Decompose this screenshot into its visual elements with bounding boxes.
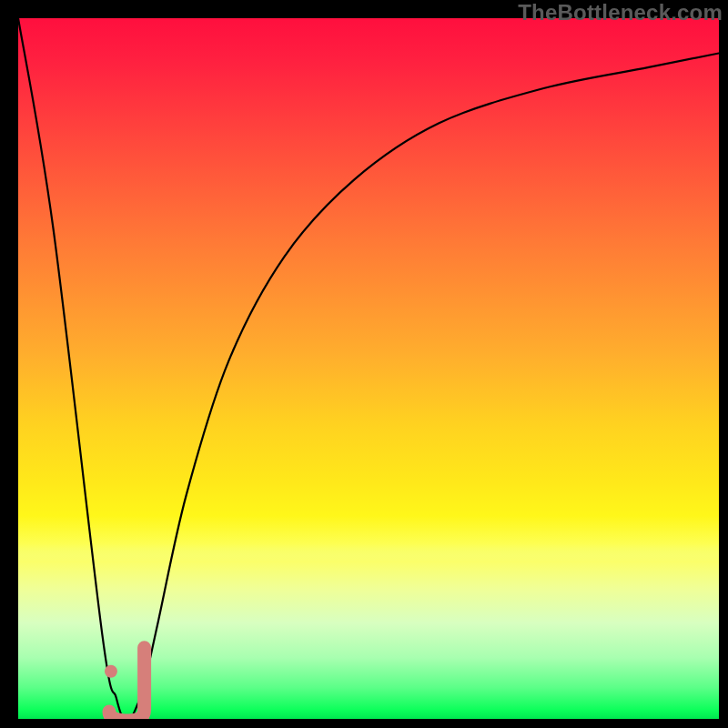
bottleneck-curve: [18, 18, 719, 719]
curve-layer: [18, 18, 719, 719]
plot-area: [18, 18, 719, 719]
watermark-text: TheBottleneck.com: [518, 0, 723, 25]
svg-point-0: [105, 665, 117, 678]
chart-container: TheBottleneck.com: [0, 0, 728, 728]
